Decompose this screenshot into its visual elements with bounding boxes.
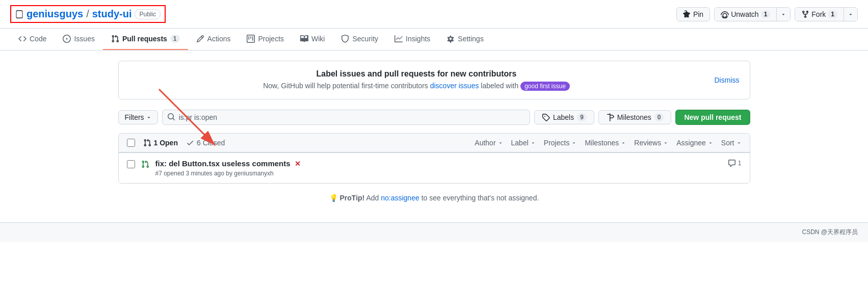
label-filter[interactable]: Label: [511, 139, 536, 147]
filters-button[interactable]: Filters: [118, 110, 158, 124]
select-all-checkbox[interactable]: [127, 139, 135, 147]
nav-security-label: Security: [352, 35, 378, 43]
protip-label: ProTip!: [340, 194, 365, 202]
pin-button[interactable]: Pin: [676, 7, 710, 21]
open-count[interactable]: 1 Open: [143, 139, 178, 147]
milestones-chevron-icon: [621, 140, 626, 145]
settings-icon: [446, 35, 455, 43]
protip: 💡 ProTip! Add no:assignee to see everyth…: [118, 184, 750, 212]
sort-filter-label: Sort: [721, 139, 734, 147]
pr-list: 1 Open 6 Closed Author: [118, 133, 750, 184]
issues-icon: [63, 35, 71, 43]
nav-item-settings[interactable]: Settings: [438, 29, 492, 50]
fork-label: Fork: [811, 10, 826, 18]
protip-desc-before: Add: [366, 194, 381, 202]
protip-bulb-icon: 💡: [329, 194, 340, 202]
page-wrapper: geniusguys / study-ui Public Pin: [0, 0, 868, 307]
pr-close-x-icon: ✕: [295, 160, 301, 168]
pr-comment-link[interactable]: 1: [728, 159, 742, 167]
pr-item-title-link[interactable]: fix: del Button.tsx useless comments ✕: [155, 159, 722, 168]
actions-icon: [196, 35, 204, 43]
label-chevron-icon: [531, 140, 536, 145]
projects-chevron-icon: [571, 140, 576, 145]
repo-title-box: geniusguys / study-ui Public: [10, 5, 166, 23]
milestones-count-badge: 0: [654, 113, 664, 121]
wiki-icon: [300, 35, 308, 43]
check-icon: [186, 139, 194, 147]
banner-desc-after: labeled with: [481, 82, 520, 90]
milestones-filter[interactable]: Milestones: [585, 139, 626, 147]
reviews-filter[interactable]: Reviews: [634, 139, 668, 147]
unwatch-label: Unwatch: [731, 10, 758, 18]
closed-count-label: 6 Closed: [197, 139, 225, 147]
chevron-down-icon: [781, 12, 786, 17]
banner-title: Label issues and pull requests for new c…: [129, 69, 704, 79]
nav-projects-label: Projects: [258, 35, 284, 43]
nav-pr-badge: 1: [170, 35, 180, 43]
main-content: Label issues and pull requests for new c…: [108, 50, 760, 222]
author-filter-label: Author: [475, 139, 495, 147]
dismiss-button[interactable]: Dismiss: [715, 76, 740, 84]
filters-chevron-down-icon: [146, 115, 151, 120]
nav-item-wiki[interactable]: Wiki: [292, 29, 333, 50]
unwatch-button[interactable]: Unwatch 1: [715, 8, 776, 21]
repo-owner-link[interactable]: geniusguys: [27, 8, 83, 20]
nav-item-code[interactable]: Code: [10, 29, 55, 50]
reviews-chevron-icon: [663, 140, 668, 145]
git-icon: [15, 10, 23, 18]
pr-item-meta: #7 opened 3 minutes ago by geniusmanyxh: [155, 170, 722, 177]
labels-button[interactable]: Labels 9: [534, 110, 594, 124]
pr-item-content: fix: del Button.tsx useless comments ✕ #…: [155, 159, 722, 177]
labels-label: Labels: [553, 113, 574, 121]
reviews-filter-label: Reviews: [634, 139, 661, 147]
comment-count: 1: [738, 160, 742, 167]
fork-button[interactable]: Fork 1: [795, 8, 844, 21]
search-container: [162, 110, 530, 125]
nav-item-actions[interactable]: Actions: [188, 29, 239, 50]
milestones-filter-label: Milestones: [585, 139, 619, 147]
repo-name-link[interactable]: study-ui: [92, 8, 132, 20]
projects-filter[interactable]: Projects: [544, 139, 577, 147]
fork-dropdown-button[interactable]: [844, 8, 857, 21]
nav-code-label: Code: [30, 35, 46, 43]
nav-item-insights[interactable]: Insights: [386, 29, 438, 50]
sort-filter[interactable]: Sort: [721, 139, 742, 147]
pin-icon: [683, 10, 691, 18]
protip-desc-after: to see everything that's not assigned.: [422, 194, 539, 202]
labels-count-badge: 9: [577, 113, 587, 121]
nav-item-security[interactable]: Security: [333, 29, 386, 50]
pr-item-title-text: fix: del Button.tsx useless comments: [155, 159, 291, 168]
pr-item-right: 1: [728, 159, 742, 167]
new-pull-request-button[interactable]: New pull request: [675, 110, 750, 125]
author-filter[interactable]: Author: [475, 139, 503, 147]
unwatch-count: 1: [761, 10, 771, 18]
projects-filter-label: Projects: [544, 139, 570, 147]
protip-no-assignee-link[interactable]: no:assignee: [381, 194, 419, 202]
label-filter-label: Label: [511, 139, 529, 147]
milestone-icon: [606, 113, 614, 121]
banner-content: Label issues and pull requests for new c…: [129, 69, 704, 91]
milestones-button[interactable]: Milestones 0: [598, 110, 672, 124]
fork-group: Fork 1: [795, 7, 858, 21]
pr-item-open-icon: [141, 160, 149, 170]
pr-icon: [111, 35, 119, 43]
fork-icon: [801, 10, 809, 18]
pr-list-header-right: Author Label Projects: [475, 139, 741, 147]
search-input[interactable]: [162, 110, 530, 125]
pr-item-checkbox[interactable]: [127, 160, 135, 168]
milestones-label: Milestones: [617, 113, 651, 121]
closed-count[interactable]: 6 Closed: [186, 139, 225, 147]
filters-bar: Filters Labels 9: [118, 110, 750, 125]
nav-item-projects[interactable]: Projects: [239, 29, 292, 50]
assignee-filter[interactable]: Assignee: [676, 139, 713, 147]
repo-header: geniusguys / study-ui Public Pin: [0, 0, 868, 29]
header-actions: Pin Unwatch 1: [676, 7, 858, 21]
nav-item-issues[interactable]: Issues: [55, 29, 102, 50]
assignee-chevron-icon: [708, 140, 713, 145]
open-count-label: 1 Open: [154, 139, 178, 147]
nav-item-pull-requests[interactable]: Pull requests 1: [103, 29, 188, 50]
repo-title: geniusguys / study-ui Public: [10, 5, 166, 23]
discover-issues-link[interactable]: discover issues: [430, 82, 479, 90]
unwatch-dropdown-button[interactable]: [776, 8, 790, 21]
label-icon: [542, 113, 550, 121]
